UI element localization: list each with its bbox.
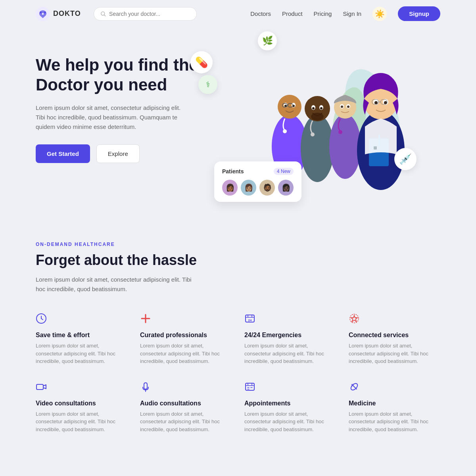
features-description: Lorem ipsum dolor sit amet, consectetur … — [36, 275, 202, 294]
nav-link-product[interactable]: Product — [282, 10, 303, 17]
explore-button[interactable]: Explore — [96, 144, 140, 163]
svg-text:24: 24 — [248, 319, 252, 322]
doctors-group: Patients 4 New 👩🏾 👩🏽 🧔🏾 👩🏿 💉 — [238, 43, 405, 194]
patients-label: Patients — [222, 168, 244, 175]
svg-rect-42 — [374, 146, 377, 150]
medicine-desc: Lorem ipsum dolor sit amet, consectetur … — [349, 410, 440, 434]
svg-point-20 — [312, 107, 315, 109]
connected-desc: Lorem ipsum dolor sit amet, consectetur … — [349, 342, 440, 365]
hero-content: We help you find the Doctor you need Lor… — [36, 43, 202, 210]
features-section: ON-DEMAND HEALTHCARE Forget about the ha… — [20, 210, 456, 457]
nav-links: Doctors Product Pricing Sign In ☀️ Signu… — [250, 6, 440, 21]
patients-avatars: 👩🏾 👩🏽 🧔🏾 👩🏿 — [222, 180, 294, 196]
emergency-icon: 24 — [244, 313, 336, 327]
svg-line-45 — [41, 319, 43, 320]
nav-link-doctors[interactable]: Doctors — [250, 10, 271, 17]
svg-point-2 — [44, 12, 46, 13]
save-time-desc: Lorem ipsum dolor sit amet, consectetur … — [36, 342, 127, 365]
syringe-bubble: 💉 — [394, 148, 416, 170]
curated-title: Curated professionals — [140, 332, 232, 339]
curated-desc: Lorem ipsum dolor sit amet, consectetur … — [140, 342, 232, 365]
hero-section: We help you find the Doctor you need Lor… — [20, 27, 456, 210]
svg-rect-54 — [36, 384, 43, 390]
connected-title: Connected services — [349, 332, 440, 339]
svg-point-22 — [311, 113, 324, 121]
save-time-title: Save time & effort — [36, 332, 127, 339]
doctors-section: HEALTHCARE PROFESSIONALS Our great docto… — [20, 457, 456, 476]
signup-button[interactable]: Signup — [398, 6, 440, 21]
search-icon — [100, 11, 106, 17]
feature-item-save-time: Save time & effort Lorem ipsum dolor sit… — [36, 313, 127, 365]
hero-description: Lorem ipsum dolor sit amet, consectetur … — [36, 103, 186, 132]
audio-desc: Lorem ipsum dolor sit amet, consectetur … — [140, 410, 232, 434]
medicine-title: Medicine — [349, 400, 440, 407]
svg-point-7 — [278, 95, 301, 119]
patients-card: Patients 4 New 👩🏾 👩🏽 🧔🏾 👩🏿 — [214, 161, 301, 202]
connected-icon — [349, 313, 440, 327]
emergency-desc: Lorem ipsum dolor sit amet, consectetur … — [244, 342, 336, 365]
logo[interactable]: DOKTO — [36, 7, 81, 21]
features-grid: Save time & effort Lorem ipsum dolor sit… — [36, 313, 440, 433]
patients-card-header: Patients 4 New — [222, 168, 294, 175]
patients-new-count: 4 New — [274, 168, 294, 175]
svg-point-15 — [283, 129, 287, 133]
svg-point-30 — [338, 130, 342, 134]
svg-point-21 — [320, 107, 322, 109]
feature-item-curated: Curated professionals Lorem ipsum dolor … — [140, 313, 232, 365]
emergency-title: 24/24 Emergencies — [244, 332, 336, 339]
svg-point-35 — [374, 101, 378, 104]
patient-avatar-3: 🧔🏾 — [259, 180, 275, 196]
search-input[interactable] — [109, 11, 190, 17]
svg-point-16 — [301, 115, 334, 182]
video-title: Video consultations — [36, 400, 127, 407]
appointments-title: Appointements — [244, 400, 336, 407]
curated-icon — [140, 313, 232, 327]
patient-avatar-1: 👩🏾 — [222, 180, 238, 196]
logo-icon — [36, 7, 50, 21]
brand-name: DOKTO — [53, 10, 81, 18]
svg-rect-56 — [246, 383, 254, 390]
svg-point-24 — [329, 114, 361, 179]
nav-link-pricing[interactable]: Pricing — [314, 10, 332, 17]
search-bar[interactable] — [94, 7, 197, 21]
patient-avatar-4: 👩🏿 — [278, 180, 294, 196]
theme-toggle[interactable]: ☀️ — [372, 7, 387, 21]
appointments-icon — [244, 381, 336, 395]
get-started-button[interactable]: Get Started — [36, 144, 90, 163]
video-icon — [36, 381, 127, 395]
feature-item-medicine: Medicine Lorem ipsum dolor sit amet, con… — [349, 381, 440, 434]
pill-bubble: 💊 — [190, 51, 213, 73]
medicine-icon — [349, 381, 440, 395]
feature-item-video: Video consultations Lorem ipsum dolor si… — [36, 381, 127, 434]
audio-icon — [140, 381, 232, 395]
medical-bubble: ⚕ — [198, 75, 217, 94]
navbar: DOKTO Doctors Product Pricing Sign In ☀️… — [20, 0, 456, 27]
svg-point-1 — [40, 12, 42, 13]
patient-avatar-2: 👩🏽 — [241, 180, 256, 196]
save-time-icon — [36, 313, 127, 327]
feature-item-audio: Audio consultations Lorem ipsum dolor si… — [140, 381, 232, 434]
appointments-desc: Lorem ipsum dolor sit amet, consectetur … — [244, 410, 336, 434]
hero-visual: 💊 🌿 ⚕ — [202, 43, 440, 210]
svg-point-23 — [311, 132, 315, 136]
feature-item-appointments: Appointements Lorem ipsum dolor sit amet… — [244, 381, 336, 434]
video-desc: Lorem ipsum dolor sit amet, consectetur … — [36, 410, 127, 434]
leaf-bubble: 🌿 — [258, 31, 277, 50]
features-title: Forget about the hassle — [36, 252, 440, 269]
svg-point-28 — [341, 106, 343, 108]
hero-title: We help you find the Doctor you need — [36, 55, 202, 95]
hero-buttons: Get Started Explore — [36, 144, 202, 163]
nav-link-signin[interactable]: Sign In — [343, 10, 361, 17]
features-tag: ON-DEMAND HEALTHCARE — [36, 242, 440, 247]
svg-point-29 — [347, 106, 349, 108]
feature-item-connected: Connected services Lorem ipsum dolor sit… — [349, 313, 440, 365]
svg-rect-41 — [378, 134, 380, 146]
feature-item-emergency: 24 24/24 Emergencies Lorem ipsum dolor s… — [244, 313, 336, 365]
audio-title: Audio consultations — [140, 400, 232, 407]
